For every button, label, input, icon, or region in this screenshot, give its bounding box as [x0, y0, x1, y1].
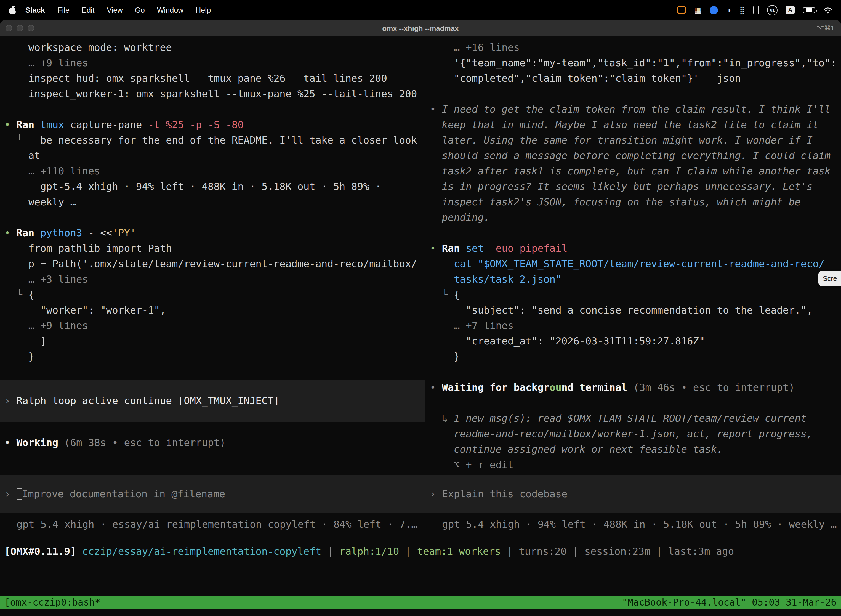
composer-placeholder: Explain this codebase [442, 488, 567, 500]
terminal-line: p = Path('.omx/state/team/review-current… [4, 256, 425, 271]
model-status-line: gpt-5.4 xhigh · essay/ai-reimplementatio… [4, 517, 425, 532]
window-title: omx --xhigh --madmax [0, 24, 841, 32]
menu-item-file[interactable]: File [51, 6, 76, 14]
window-title-bar: omx --xhigh --madmax ⌥⌘1 [0, 20, 841, 37]
terminal-line: gpt-5.4 xhigh · 94% left · 488K in · 5.1… [4, 179, 425, 194]
terminal-line: ⌥ + ↑ edit [430, 457, 841, 472]
terminal-line: └ be necessary for the end of the README… [4, 132, 425, 148]
terminal-line: • Ran tmux capture-pane -t %25 -p -S -80 [4, 117, 425, 132]
menu-item-help[interactable]: Help [189, 6, 217, 14]
terminal-line: "created_at": "2026-03-31T11:59:27.816Z" [430, 333, 841, 349]
terminal-line: weekly … [4, 194, 425, 210]
terminal-line: … +3 lines [4, 271, 425, 287]
dots-grid-icon[interactable]: ⣿ [739, 6, 745, 14]
menu-item-window[interactable]: Window [151, 6, 189, 14]
terminal-line: • Ran python3 - <<'PY' [4, 225, 425, 241]
terminal-line [430, 395, 841, 411]
terminal-line [4, 364, 425, 380]
pane-right[interactable]: … +16 lines '{"team_name":"my-team","tas… [425, 37, 841, 538]
terminal-line: tasks/task-2.json" [430, 271, 841, 287]
terminal-line: "worker": "worker-1", [4, 302, 425, 318]
terminal-line [4, 210, 425, 225]
terminal-line: pending. [430, 210, 841, 225]
tmux-panes: workspace_mode: worktree … +9 lines insp… [0, 37, 841, 538]
battery-fill [806, 8, 812, 12]
terminal-line: • I need to get the claim token from the… [430, 101, 841, 117]
terminal-line: … +9 lines [4, 318, 425, 333]
prompt-chevron: › [4, 488, 16, 500]
menu-items: SlackFileEditViewGoWindowHelp [19, 6, 217, 14]
terminal-line: • Working (6m 38s • esc to interrupt) [4, 435, 425, 450]
terminal-line: from pathlib import Path [4, 241, 425, 256]
traffic-lights [0, 25, 34, 31]
terminal-line: should send a message before completing … [430, 148, 841, 163]
terminal-line: keep that in mind. Maybe I also need the… [430, 117, 841, 132]
terminal-line: inspect task2's JSON, focusing on the st… [430, 194, 841, 210]
tmux-host-time: "MacBook-Pro-44.local" 05:03 31-Mar-26 [622, 595, 837, 609]
terminal-line: … +110 lines [4, 163, 425, 179]
wifi-icon[interactable] [823, 6, 832, 13]
terminal-line: } [4, 349, 425, 364]
queued-message: › Ralph loop active continue [OMX_TMUX_I… [0, 380, 425, 422]
terminal-line: task2 after task1 is complete, but can I… [430, 163, 841, 179]
terminal-line: continue assigned work or next feasible … [430, 441, 841, 457]
terminal-line: • Ran set -euo pipefail [430, 241, 841, 256]
status-segment: | turns:20 | session:23m | last:3m ago [501, 546, 734, 557]
blue-app-icon[interactable] [710, 6, 718, 14]
device-icon[interactable] [753, 6, 759, 14]
composer-input[interactable]: › Explain this codebase [425, 475, 841, 513]
grid-icon[interactable]: ▦ [694, 6, 701, 14]
pane-left[interactable]: workspace_mode: worktree … +9 lines insp… [0, 37, 425, 538]
terminal-line [430, 86, 841, 101]
terminal-line [4, 101, 425, 117]
circle-app-icon[interactable]: ◑ [727, 6, 731, 14]
apple-menu-icon[interactable] [9, 6, 16, 14]
terminal-line: ↳ 1 new msg(s): read $OMX_TEAM_STATE_ROO… [430, 411, 841, 426]
status-segment: ralph:1/10 [339, 546, 399, 557]
menu-item-slack[interactable]: Slack [19, 6, 51, 14]
terminal-line [430, 364, 841, 380]
omx-status-line: [OMX#0.11.9] cczip/essay/ai-reimplementa… [0, 544, 841, 559]
text-cursor [16, 488, 22, 500]
composer-input[interactable]: › Improve documentation in @filename [0, 475, 425, 513]
screen-overlay-button[interactable]: Scre [818, 271, 841, 286]
terminal-line: later. Using the same for transition mig… [430, 132, 841, 148]
model-status-line: gpt-5.4 xhigh · 94% left · 488K in · 5.1… [430, 517, 841, 532]
terminal-line: ] [4, 333, 425, 349]
terminal-line: … +16 lines [430, 40, 841, 55]
zoom-button[interactable] [28, 25, 34, 31]
terminal-line: workspace_mode: worktree [4, 40, 425, 55]
status-segment: | [321, 546, 339, 557]
menu-item-view[interactable]: View [101, 6, 129, 14]
input-source-icon[interactable]: A [786, 6, 795, 14]
terminal-line: readme-and-reco/mailbox/worker-1.json, a… [430, 426, 841, 441]
terminal-line [430, 225, 841, 241]
tmux-session-window: [omx-cczip0:bash* [4, 595, 100, 609]
terminal-line: at [4, 148, 425, 163]
close-button[interactable] [6, 25, 12, 31]
battery-icon[interactable] [803, 7, 815, 13]
battery-percent-icon[interactable]: 61 [767, 5, 778, 15]
working-indicator: • Working (6m 38s • esc to interrupt) [4, 435, 425, 450]
terminal-line: … +9 lines [4, 55, 425, 70]
screen-recording-indicator-icon[interactable] [677, 6, 686, 14]
status-segment: | [399, 546, 417, 557]
menu-bar: SlackFileEditViewGoWindowHelp ▦ ◑ ⣿ 61 A [0, 0, 841, 20]
terminal-line: └ { [4, 287, 425, 302]
terminal-line: is in progress? It seems likely but perh… [430, 179, 841, 194]
menu-item-go[interactable]: Go [129, 6, 151, 14]
terminal-line: } [430, 349, 841, 364]
status-segment: cczip/essay/ai-reimplementation-copyleft [82, 546, 321, 557]
menu-item-edit[interactable]: Edit [76, 6, 101, 14]
terminal-line: "completed","claim_token":"claim-token"}… [430, 70, 841, 86]
prompt-chevron: › [430, 488, 442, 500]
minimize-button[interactable] [16, 25, 23, 31]
terminal-line: inspect_hud: omx sparkshell --tmux-pane … [4, 70, 425, 86]
status-segment: [OMX#0.11.9] [4, 546, 82, 557]
screen: SlackFileEditViewGoWindowHelp ▦ ◑ ⣿ 61 A [0, 0, 841, 616]
menu-left: SlackFileEditViewGoWindowHelp [8, 6, 217, 14]
terminal-line: • Waiting for background terminal (3m 46… [430, 380, 841, 395]
tmux-status-bar: [omx-cczip0:bash* "MacBook-Pro-44.local"… [0, 595, 841, 609]
terminal-output: workspace_mode: worktree … +9 lines insp… [4, 40, 425, 380]
terminal-line: inspect_worker-1: omx sparkshell --tmux-… [4, 86, 425, 101]
